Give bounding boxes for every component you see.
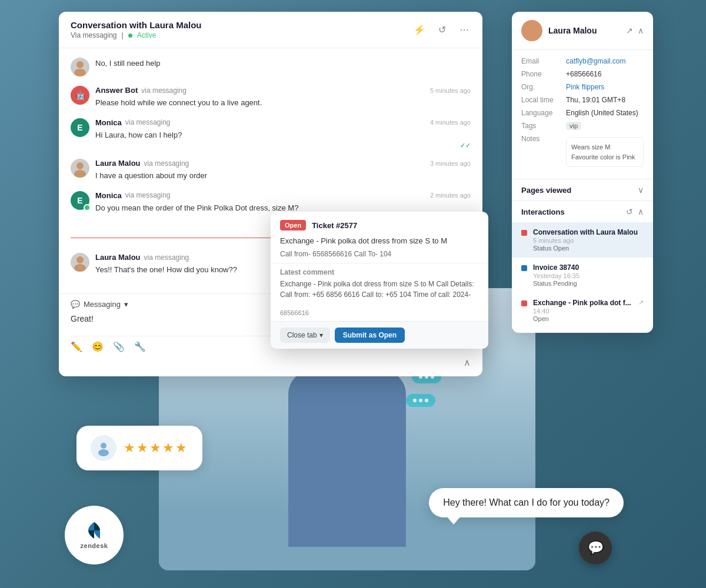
ticket-call-info: Call from- 6568566616 Call To- 104: [271, 250, 488, 263]
ticket-title: Exchange - Pink polka dot dress from siz…: [271, 236, 488, 250]
phone-row: Phone +68566616: [521, 70, 644, 78]
chevron-down-icon: ▾: [319, 331, 323, 339]
email-value[interactable]: catflyb@gmail.com: [566, 57, 626, 65]
more-icon[interactable]: 🔧: [134, 341, 146, 352]
svg-point-1: [98, 449, 109, 456]
sender-name: Laura Malou: [95, 159, 141, 168]
interactions-section-header[interactable]: Interactions ↺ ∧: [512, 201, 653, 222]
emoji-icon[interactable]: 😊: [92, 341, 104, 352]
ticket-footer: Close tab ▾ Submit as Open: [271, 321, 488, 349]
chevron-down-icon: ∨: [638, 185, 644, 195]
interaction-item[interactable]: Conversation with Laura Malou 5 minutes …: [512, 222, 653, 258]
message-text: I have a question about my order: [95, 170, 471, 182]
close-tab-label: Close tab: [287, 331, 317, 339]
conversation-subtitle: Via messaging | Active: [71, 31, 202, 39]
svg-point-0: [101, 443, 106, 449]
latest-comment-label: Latest comment: [271, 263, 488, 279]
edit-icon[interactable]: ✏️: [71, 341, 82, 352]
close-tab-button[interactable]: Close tab ▾: [280, 328, 330, 343]
via-label: via messaging: [144, 253, 189, 262]
submit-button[interactable]: Submit as Open: [335, 328, 405, 343]
notes-value[interactable]: Wears size MFavourite color is Pink: [566, 137, 644, 167]
language-label: Language: [521, 109, 561, 117]
interactions-list: Conversation with Laura Malou 5 minutes …: [512, 222, 653, 333]
svg-point-10: [528, 24, 536, 32]
interaction-status-dot: [521, 265, 527, 271]
interaction-title: Invoice 38740: [533, 263, 644, 272]
bot-avatar: 🤖: [71, 86, 89, 105]
interaction-title: Exchange - Pink polka dot f...: [533, 299, 632, 307]
chevron-down-icon: ▾: [124, 300, 128, 309]
conversation-title: Conversation with Laura Malou: [71, 20, 202, 30]
message-meta: Monica via messaging 4 minutes ago: [95, 118, 471, 127]
message-row: E Monica via messaging 4 minutes ago Hi …: [71, 118, 471, 150]
laura-avatar: [71, 159, 89, 178]
more-options-icon[interactable]: ⋯: [458, 24, 471, 36]
collapse-icon[interactable]: ∧: [638, 26, 644, 35]
message-row: 🤖 Answer Bot via messaging 5 minutes ago…: [71, 86, 471, 109]
svg-point-2: [76, 61, 84, 68]
external-link-icon[interactable]: ↗: [626, 26, 633, 35]
message-time: 3 minutes ago: [430, 160, 471, 167]
interaction-title: Conversation with Laura Malou: [533, 228, 644, 236]
via-label: via messaging: [144, 159, 189, 168]
ticket-header: Open Ticket #2577: [271, 212, 488, 236]
zendesk-logo: zendesk: [65, 506, 124, 564]
message-text: Hi Laura, how can I help?: [95, 129, 471, 141]
conversation-header: Conversation with Laura Malou Via messag…: [59, 12, 482, 48]
star-rating: ★★★★★: [124, 440, 188, 456]
sender-name: Answer Bot: [95, 86, 138, 95]
tags-label: Tags: [521, 122, 561, 130]
customer-name: Laura Malou: [548, 26, 620, 35]
ticket-comment: Exchange - Pink polka dot dress from siz…: [271, 279, 488, 307]
interaction-time: 5 minutes ago: [533, 237, 644, 244]
email-row: Email catflyb@gmail.com: [521, 57, 644, 65]
message-text: Please hold while we connect you to a li…: [95, 97, 471, 109]
notes-label: Notes: [521, 135, 561, 167]
filter-icon[interactable]: ⚡: [413, 24, 426, 36]
org-value[interactable]: Pink flippers: [566, 83, 604, 91]
chat-widget-icon: 💬: [588, 540, 604, 556]
message-time: 4 minutes ago: [430, 119, 471, 126]
tag-vip: vip: [566, 122, 581, 130]
interaction-status: Status Pending: [533, 280, 644, 287]
svg-point-7: [74, 170, 86, 178]
expand-icon[interactable]: ∧: [464, 357, 471, 368]
attach-icon[interactable]: 📎: [113, 341, 125, 352]
refresh-icon[interactable]: ↺: [626, 207, 633, 216]
email-label: Email: [521, 57, 561, 65]
monica-avatar-2: E: [71, 191, 89, 210]
customer-avatar: [521, 20, 542, 41]
message-content: No, I still need help: [95, 58, 471, 69]
tags-row: Tags vip: [521, 122, 644, 130]
interaction-status-dot: [521, 300, 527, 306]
org-row: Org. Pink flippers: [521, 83, 644, 91]
message-content: Answer Bot via messaging 5 minutes ago P…: [95, 86, 471, 109]
customer-info: Email catflyb@gmail.com Phone +68566616 …: [512, 50, 653, 179]
svg-point-9: [74, 264, 86, 272]
chat-widget-button[interactable]: 💬: [579, 532, 612, 564]
pages-viewed-section[interactable]: Pages viewed ∨: [512, 179, 653, 201]
rating-card: ★★★★★: [76, 426, 202, 470]
interactions-label: Interactions: [521, 208, 565, 216]
history-icon[interactable]: ↺: [435, 24, 448, 36]
interaction-time: 14:40: [533, 308, 632, 315]
collapse-interactions-icon[interactable]: ∧: [638, 207, 644, 216]
external-link-icon[interactable]: ↗: [638, 299, 644, 306]
svg-text:🤖: 🤖: [75, 91, 86, 101]
localtime-row: Local time Thu, 19:01 GMT+8: [521, 96, 644, 104]
via-label: via messaging: [125, 191, 171, 199]
svg-point-8: [76, 256, 84, 263]
language-row: Language English (United States): [521, 109, 644, 117]
interaction-item[interactable]: Exchange - Pink polka dot f... 14:40 Ope…: [512, 293, 653, 328]
message-meta: Laura Malou via messaging 3 minutes ago: [95, 159, 471, 168]
interaction-status-dot: [521, 230, 527, 236]
interaction-item[interactable]: Invoice 38740 Yesterday 16:35 Status Pen…: [512, 258, 653, 293]
sender-name: Monica: [95, 191, 122, 200]
active-indicator-dot: [128, 34, 132, 38]
laura-avatar: [71, 58, 89, 76]
person-body: [288, 370, 406, 547]
active-label: Active: [137, 31, 156, 39]
compose-icon: 💬: [71, 300, 80, 309]
message-time: 5 minutes ago: [430, 87, 471, 94]
